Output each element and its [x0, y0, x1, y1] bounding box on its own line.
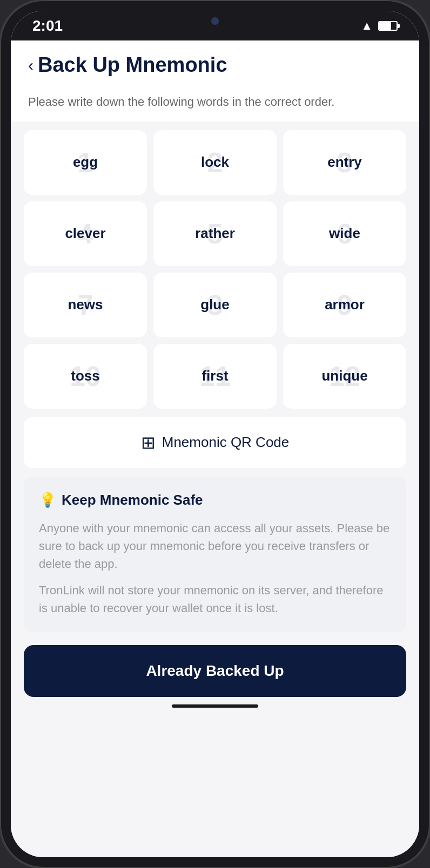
- status-time: 2:01: [32, 17, 63, 35]
- notch: [161, 11, 269, 31]
- back-button[interactable]: ‹: [28, 56, 33, 74]
- page-header: ‹ Back Up Mnemonic: [11, 40, 419, 94]
- word-text: first: [201, 368, 228, 384]
- word-card: 7news: [24, 273, 147, 337]
- battery-fill: [379, 22, 391, 30]
- status-icons: ▲: [361, 19, 398, 33]
- qr-code-button[interactable]: ⊞ Mnemonic QR Code: [24, 417, 406, 468]
- qr-label: Mnemonic QR Code: [162, 434, 290, 451]
- back-row: ‹ Back Up Mnemonic: [28, 53, 402, 77]
- word-card: 1egg: [24, 130, 147, 195]
- status-bar: 2:01 ▲: [11, 11, 419, 40]
- word-card: 11first: [153, 344, 277, 409]
- word-card: 10toss: [24, 344, 147, 409]
- word-text: news: [68, 296, 103, 313]
- word-text: rather: [195, 225, 235, 242]
- phone-frame: 2:01 ▲ ‹ Back Up Mnemonic Please write d…: [0, 0, 430, 868]
- phone-screen: 2:01 ▲ ‹ Back Up Mnemonic Please write d…: [11, 11, 419, 857]
- safety-title: Keep Mnemonic Safe: [62, 492, 203, 508]
- qr-icon: ⊞: [141, 432, 156, 453]
- word-text: glue: [200, 296, 229, 313]
- subtitle-text: Please write down the following words in…: [11, 94, 419, 121]
- bulb-icon: 💡: [39, 492, 56, 508]
- word-card: 3entry: [283, 130, 406, 195]
- notch-dot: [211, 17, 219, 25]
- already-backed-up-label: Already Backed Up: [146, 662, 284, 679]
- word-card: 2lock: [153, 130, 277, 195]
- page-title: Back Up Mnemonic: [38, 53, 227, 77]
- word-text: lock: [201, 154, 229, 171]
- word-text: toss: [71, 368, 99, 384]
- word-text: armor: [325, 296, 365, 313]
- word-text: wide: [329, 225, 360, 242]
- word-text: egg: [73, 154, 98, 171]
- word-text: unique: [321, 368, 367, 384]
- home-indicator: [11, 697, 419, 712]
- word-card: 6wide: [283, 201, 406, 266]
- safety-text-1: Anyone with your mnemonic can access all…: [39, 519, 391, 573]
- word-card: 4clever: [24, 201, 147, 266]
- word-card: 9armor: [283, 273, 406, 337]
- safety-text-2: TronLink will not store your mnemonic on…: [39, 581, 391, 617]
- word-card: 5rather: [153, 201, 277, 266]
- word-card: 8glue: [153, 273, 277, 337]
- word-text: clever: [65, 225, 105, 242]
- safety-header: 💡 Keep Mnemonic Safe: [39, 492, 391, 508]
- word-text: entry: [327, 154, 362, 171]
- screen-content: ‹ Back Up Mnemonic Please write down the…: [11, 40, 419, 857]
- safety-box: 💡 Keep Mnemonic Safe Anyone with your mn…: [24, 477, 406, 632]
- battery-icon: [378, 21, 398, 31]
- home-bar: [172, 704, 258, 708]
- already-backed-up-button[interactable]: Already Backed Up: [24, 645, 406, 697]
- word-card: 12unique: [283, 344, 406, 409]
- wifi-icon: ▲: [361, 19, 373, 33]
- words-grid: 1egg2lock3entry4clever5rather6wide7news8…: [11, 121, 419, 417]
